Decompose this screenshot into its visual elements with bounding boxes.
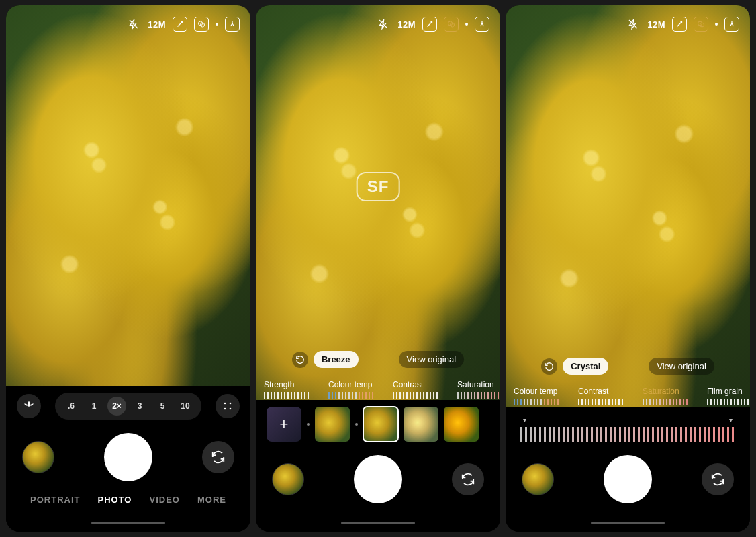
settings-quick-icon[interactable] [475,17,489,32]
filter-picker-icon-active[interactable] [694,17,708,32]
flash-off-icon[interactable] [376,17,391,32]
raw-icon[interactable] [422,17,437,32]
macro-button[interactable] [17,394,41,418]
ticks-icon [393,392,440,399]
gallery-thumbnail[interactable] [272,463,304,495]
resolution-label[interactable]: 12M [647,19,665,30]
reset-filter-icon[interactable] [292,352,308,368]
current-filter-chip-group: Crystal [541,358,608,375]
mode-option[interactable]: PORTRAIT [30,495,80,505]
top-toolbar: 12M [6,5,250,43]
chevron-down-icon [729,416,733,423]
zoom-option[interactable]: 1 [85,397,103,416]
filter-thumbnail-strip: + [267,407,489,442]
filter-thumbnail[interactable] [315,407,350,442]
shutter-row [17,429,240,485]
home-indicator[interactable] [516,517,739,529]
filter-picker-icon-active[interactable] [444,17,459,32]
filter-thumbnail[interactable] [404,407,438,442]
separator-dot [355,423,358,426]
settings-quick-icon[interactable] [724,17,739,32]
filter-name-chip[interactable]: Breeze [314,351,359,368]
separator-dot [715,23,718,26]
mode-option[interactable]: MORE [197,495,226,505]
adjust-contrast[interactable]: Contrast [393,380,444,399]
raw-icon[interactable] [173,17,187,32]
ticks-icon [328,392,375,399]
adjust-saturation[interactable]: Saturation [457,380,500,399]
zoom-option[interactable]: 10 [176,397,195,416]
filter-picker-icon[interactable] [194,17,209,32]
resolution-label[interactable]: 12M [148,19,166,30]
slider-track-icon[interactable] [520,427,735,442]
aspect-ratio-button[interactable] [216,394,240,418]
bottom-panel: + [256,400,500,532]
viewfinder[interactable]: Crystal View original Colour temp Contra… [506,5,750,407]
gallery-thumbnail[interactable] [22,441,54,473]
saturation-slider[interactable] [516,413,739,442]
filter-chip-row: Breeze View original [256,344,500,375]
adjust-strength[interactable]: Strength [264,380,315,399]
view-original-button[interactable]: View original [399,351,464,368]
gallery-thumbnail[interactable] [522,463,554,495]
svg-point-4 [230,403,232,405]
switch-camera-button[interactable] [202,441,234,473]
ticks-icon [514,399,561,405]
view-original-button[interactable]: View original [649,358,714,375]
separator-dot [465,23,468,26]
zoom-selector: .6 1 2× 3 5 10 [55,393,201,420]
zoom-option[interactable]: .6 [62,397,81,416]
ticks-icon [457,392,500,399]
mode-selector: PORTRAIT PHOTO VIDEO MORE [17,495,240,507]
camera-screen-main: 12M .6 1 2× 3 5 10 [6,5,250,532]
shutter-button[interactable] [354,455,402,503]
adjust-colour-temp[interactable]: Colour temp [328,380,379,399]
shutter-button[interactable] [104,433,152,481]
add-filter-button[interactable]: + [267,407,301,442]
bottom-panel [506,407,750,532]
svg-point-5 [224,408,226,410]
switch-camera-button[interactable] [702,463,734,495]
filter-name-chip[interactable]: Crystal [563,358,608,375]
adjustment-row: Strength Colour temp Contrast Saturation… [256,375,500,400]
slider-markers [520,416,735,423]
mode-option[interactable]: VIDEO [149,495,179,505]
zoom-option[interactable]: 3 [130,397,149,416]
adjust-colour-temp[interactable]: Colour temp [514,387,565,405]
filter-thumbnail-selected[interactable] [363,407,398,442]
ticks-icon [707,399,750,405]
shutter-button[interactable] [604,455,652,503]
home-indicator[interactable] [17,517,240,529]
separator-dot [307,423,310,426]
flash-off-icon[interactable] [126,17,141,32]
viewfinder[interactable]: SF Breeze View original Strength Colour … [256,5,500,400]
bottom-panel: .6 1 2× 3 5 10 PORTRAIT PHOTO VIDEO MORE [6,386,250,532]
switch-camera-button[interactable] [452,463,484,495]
zoom-row: .6 1 2× 3 5 10 [17,393,240,420]
top-toolbar: 12M [506,5,750,43]
raw-icon[interactable] [672,17,687,32]
adjust-contrast[interactable]: Contrast [578,387,629,405]
shutter-row [516,451,739,507]
ticks-icon [643,399,690,405]
flash-off-icon[interactable] [626,17,641,32]
home-indicator[interactable] [267,517,489,529]
ticks-icon [264,392,311,399]
resolution-label[interactable]: 12M [397,19,416,30]
settings-quick-icon[interactable] [225,17,240,32]
zoom-option[interactable]: 5 [153,397,172,416]
camera-screen-slider: 12M Crystal View original Colour temp [506,5,750,532]
svg-point-6 [230,408,232,410]
top-toolbar: 12M [256,5,500,43]
zoom-option-active[interactable]: 2× [107,397,126,416]
filter-thumbnail[interactable] [444,407,479,442]
mode-option-active[interactable]: PHOTO [97,495,132,505]
adjustment-row: Colour temp Contrast Saturation Film gra… [506,381,750,407]
reset-filter-icon[interactable] [541,358,557,375]
watermark: SF [357,172,400,201]
viewfinder[interactable] [6,5,250,386]
svg-point-3 [224,403,226,405]
separator-dot [216,23,218,26]
adjust-film-grain[interactable]: Film grain [707,387,750,405]
adjust-saturation-active[interactable]: Saturation [643,387,694,405]
